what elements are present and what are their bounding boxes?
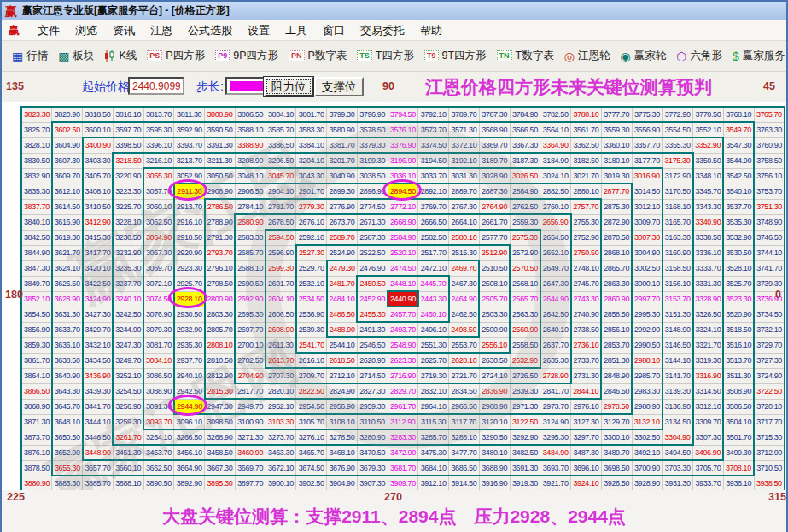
grid-cell[interactable]: 3050.50 [205, 168, 236, 184]
grid-cell[interactable]: 2803.30 [205, 307, 236, 322]
grid-cell[interactable]: 2949.70 [235, 399, 266, 414]
grid-cell[interactable]: 3012.10 [632, 199, 663, 214]
grid-cell[interactable]: 3031.30 [449, 168, 480, 184]
grid-cell[interactable]: 3242.50 [113, 307, 143, 322]
grid-cell[interactable]: 2930.50 [174, 307, 205, 322]
grid-cell[interactable]: 3444.10 [83, 414, 114, 430]
grid-cell[interactable]: 3127.30 [571, 414, 602, 430]
toolbar-button-赢家轮[interactable]: ◉赢家轮 [615, 46, 671, 66]
grid-cell[interactable]: 3100.90 [235, 414, 266, 430]
grid-cell[interactable]: 2553.70 [449, 337, 480, 353]
grid-cell[interactable]: 2889.70 [449, 184, 480, 199]
grid-cell[interactable]: 2676.10 [296, 214, 327, 230]
grid-cell[interactable]: 2616.10 [296, 353, 327, 368]
grid-cell[interactable]: 3823.30 [21, 107, 52, 122]
toolbar-button-赢家服务[interactable]: $赢家服务 [727, 46, 788, 66]
grid-cell[interactable]: 3386.50 [266, 137, 296, 153]
grid-cell[interactable]: 3427.30 [83, 307, 114, 322]
grid-cell[interactable]: 2762.50 [510, 199, 540, 214]
grid-cell[interactable]: 3412.90 [83, 214, 114, 230]
grid-cell[interactable]: 3729.70 [754, 337, 785, 353]
grid-cell[interactable]: 2870.50 [601, 230, 632, 245]
grid-cell[interactable]: 3813.70 [143, 107, 174, 122]
grid-cell[interactable]: 2841.70 [540, 383, 571, 399]
grid-cell[interactable]: 3777.70 [601, 107, 632, 122]
grid-cell[interactable]: 2916.10 [174, 214, 205, 230]
grid-cell[interactable]: 3681.70 [388, 460, 418, 476]
grid-cell[interactable]: 3391.30 [205, 137, 236, 153]
grid-cell[interactable]: 2904.10 [266, 184, 296, 199]
grid-cell[interactable]: 3811.30 [174, 107, 205, 122]
grid-cell[interactable]: 2875.30 [601, 199, 632, 214]
grid-cell[interactable]: 3528.10 [723, 260, 754, 276]
grid-cell[interactable]: 3024.10 [540, 168, 571, 184]
grid-cell[interactable]: 3530.50 [723, 245, 754, 260]
grid-cell[interactable]: 2880.10 [571, 184, 602, 199]
grid-cell[interactable]: 3141.70 [663, 368, 693, 383]
grid-cell[interactable]: 3043.30 [296, 168, 327, 184]
grid-cell[interactable]: 3607.30 [52, 153, 83, 168]
menu-item-江恩[interactable]: 江恩 [143, 21, 180, 39]
grid-cell[interactable]: 3705.70 [693, 460, 724, 476]
grid-cell[interactable]: 2654.50 [540, 230, 571, 245]
grid-cell[interactable]: 3045.70 [266, 168, 296, 184]
grid-cell[interactable]: 3840.10 [21, 214, 52, 230]
grid-cell[interactable]: 3484.90 [540, 445, 571, 460]
grid-cell[interactable]: 2556.10 [479, 337, 510, 353]
grid-cell[interactable]: 2575.30 [510, 230, 540, 245]
grid-cell[interactable]: 3717.70 [754, 414, 785, 430]
grid-cell[interactable]: 2486.50 [327, 307, 358, 322]
grid-cell[interactable]: 3808.90 [205, 107, 236, 122]
menu-item-公式选股[interactable]: 公式选股 [180, 21, 240, 39]
grid-cell[interactable]: 2920.90 [174, 245, 205, 260]
grid-cell[interactable]: 2443.30 [418, 291, 449, 307]
grid-cell[interactable]: 3475.30 [418, 445, 449, 460]
grid-cell[interactable]: 3300.10 [601, 430, 632, 445]
grid-cell[interactable]: 3916.90 [479, 476, 510, 490]
grid-cell[interactable]: 3768.10 [723, 107, 754, 122]
grid-cell[interactable]: 3134.50 [663, 414, 693, 430]
grid-cell[interactable]: 3456.10 [174, 445, 205, 460]
grid-cell[interactable]: 3124.90 [540, 414, 571, 430]
grid-cell[interactable]: 3273.70 [266, 430, 296, 445]
grid-cell[interactable]: 3763.30 [754, 122, 785, 137]
grid-cell[interactable]: 3657.70 [83, 460, 114, 476]
grid-cell[interactable]: 3432.10 [83, 337, 114, 353]
grid-cell[interactable]: 2548.90 [388, 337, 418, 353]
grid-cell[interactable]: 3422.50 [83, 276, 114, 291]
grid-cell[interactable]: 3060.10 [143, 199, 174, 214]
grid-cell[interactable]: 3396.10 [143, 137, 174, 153]
grid-cell[interactable]: 2683.30 [235, 230, 266, 245]
grid-cell[interactable]: 2779.30 [296, 199, 327, 214]
grid-cell[interactable]: 2937.70 [174, 353, 205, 368]
grid-cell[interactable]: 3304.90 [663, 430, 693, 445]
grid-cell[interactable]: 2983.30 [632, 383, 663, 399]
grid-cell[interactable]: 3720.10 [754, 399, 785, 414]
grid-cell[interactable]: 2604.10 [266, 291, 296, 307]
grid-cell[interactable]: 3523.30 [723, 291, 754, 307]
grid-cell[interactable]: 3472.90 [388, 445, 418, 460]
grid-cell[interactable]: 2558.50 [510, 337, 540, 353]
grid-cell[interactable]: 3384.10 [296, 137, 327, 153]
grid-cell[interactable]: 3537.70 [723, 199, 754, 214]
grid-cell[interactable]: 2829.70 [388, 383, 418, 399]
grid-cell[interactable]: 3667.30 [205, 460, 236, 476]
grid-cell[interactable]: 2995.30 [632, 307, 663, 322]
grid-cell[interactable]: 3744.10 [754, 245, 785, 260]
grid-cell[interactable]: 3931.30 [663, 476, 693, 490]
grid-cell[interactable]: 2541.70 [296, 337, 327, 353]
grid-cell[interactable]: 2452.90 [357, 291, 388, 307]
grid-cell[interactable]: 3787.30 [479, 107, 510, 122]
grid-cell[interactable]: 2692.90 [235, 291, 266, 307]
grid-cell[interactable]: 3672.10 [266, 460, 296, 476]
grid-cell[interactable]: 3919.30 [510, 476, 540, 490]
grid-cell[interactable]: 2800.90 [205, 291, 236, 307]
grid-cell[interactable]: 3283.30 [388, 430, 418, 445]
grid-cell[interactable]: 3350.50 [693, 153, 724, 168]
grid-cell[interactable]: 3794.50 [388, 107, 418, 122]
grid-cell[interactable]: 3276.10 [296, 430, 327, 445]
grid-cell[interactable]: 3324.10 [693, 322, 724, 337]
grid-cell[interactable]: 3064.90 [143, 230, 174, 245]
grid-cell[interactable]: 2901.70 [296, 184, 327, 199]
grid-cell[interactable]: 3655.30 [52, 460, 83, 476]
